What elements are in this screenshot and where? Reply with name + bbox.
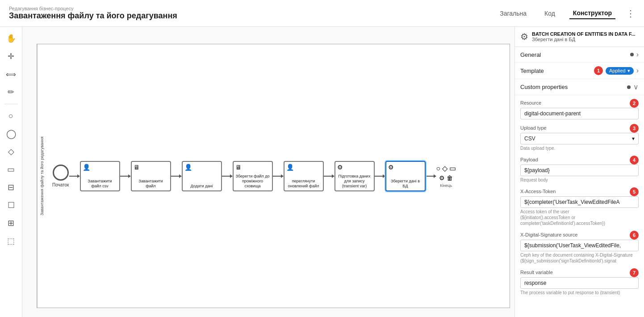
tool-circle[interactable]: ○	[3, 108, 19, 124]
upload-type-chevron: ▾	[632, 135, 635, 142]
panel-header-icon: ⚙	[520, 31, 528, 42]
upload-type-badge: 3	[630, 124, 639, 133]
task-icon-3: 👤	[184, 164, 192, 171]
tool-db[interactable]: ⊞	[3, 215, 19, 231]
tool-oval[interactable]: ◯	[3, 126, 19, 142]
flow-outer: Завантаження файлу та його редагування П…	[32, 39, 514, 313]
x-digital-sig-input-wrapper[interactable]	[520, 240, 639, 251]
arrow-4	[273, 174, 284, 178]
general-label-text: General	[520, 51, 541, 58]
flow-nodes: Початок 👤 Завантажити файл csv	[42, 161, 456, 191]
arrow-5	[324, 174, 335, 178]
toolbar: ✋ ✛ ⟺ ✏ ○ ◯ ◇ ▭ ⊟ ☐ ⊞ ⬚	[0, 27, 22, 317]
custom-props-label-text: Custom properties	[520, 84, 568, 90]
task-box-1[interactable]: 👤 Завантажити файл csv	[80, 161, 120, 191]
tool-rect2[interactable]: ⊟	[3, 179, 19, 195]
result-var-hint: The process variable to put response to …	[520, 290, 639, 296]
shape-diamond[interactable]: ◇	[442, 164, 447, 173]
x-access-token-label: X-Access-Token	[520, 189, 556, 194]
template-applied-badge[interactable]: Applied ▾	[606, 67, 634, 75]
field-group-x-access-token: X-Access-Token 5 Access token of the use…	[520, 187, 639, 226]
section-general[interactable]: General ›	[515, 47, 644, 63]
tool-connect[interactable]: ⟺	[3, 66, 19, 82]
section-custom-props[interactable]: Custom properties ∨	[515, 79, 644, 95]
task-label-3: Додати дані	[191, 184, 213, 189]
payload-hint: Request body	[520, 177, 639, 183]
start-circle[interactable]	[53, 165, 69, 181]
task-box-2[interactable]: 🖥 Завантажити файл	[131, 161, 171, 191]
field-row-resource: Resource 2	[520, 99, 639, 108]
right-panel: ⚙ BATCH CREATION OF ENTITIES IN DATA F..…	[514, 27, 644, 317]
task-box-3[interactable]: 👤 Додати дані	[182, 161, 222, 191]
end-shapes: ○ ◇ ▭ ⚙ 🗑 Кінець	[436, 164, 456, 188]
shape-square[interactable]: ▭	[449, 164, 456, 173]
header-right: Загальна Код Конструктор ⋮	[496, 8, 635, 19]
tool-rect[interactable]: ▭	[3, 161, 19, 178]
panel-header: ⚙ BATCH CREATION OF ENTITIES IN DATA F..…	[515, 27, 644, 47]
panel-header-sub: Зберегти дані в БД	[532, 37, 636, 42]
canvas-area[interactable]: Завантаження файлу та його редагування П…	[22, 27, 514, 317]
field-row-payload: Payload 4	[520, 156, 639, 165]
tool-frame[interactable]: ⬚	[3, 233, 19, 249]
payload-input[interactable]	[524, 167, 635, 173]
nav-code[interactable]: Код	[541, 8, 559, 19]
tool-hand[interactable]: ✋	[3, 30, 19, 46]
task-label-5: переглянути оновлений файл	[286, 179, 321, 189]
result-var-input-wrapper[interactable]	[520, 277, 639, 289]
custom-props-chevron: ∨	[633, 83, 639, 91]
field-row-result-var: Result variable 7	[520, 268, 639, 277]
x-access-token-hint: Access token of the user (${initiator().…	[520, 209, 639, 226]
general-dot	[630, 53, 634, 56]
x-digital-sig-badge: 6	[630, 231, 639, 240]
task-box-4[interactable]: 🖥 Зберегти файл до проміжного сховища	[233, 161, 273, 191]
task-icon-2: 🖥	[134, 164, 140, 171]
resource-badge: 2	[630, 99, 639, 108]
tool-page[interactable]: ☐	[3, 197, 19, 213]
task-box-5[interactable]: 👤 переглянути оновлений файл	[284, 161, 324, 191]
x-access-token-input-wrapper[interactable]	[520, 196, 639, 208]
nav-general[interactable]: Загальна	[496, 8, 530, 19]
panel-header-title: BATCH CREATION OF ENTITIES IN DATA F...	[532, 31, 636, 37]
panel-header-text: BATCH CREATION OF ENTITIES IN DATA F... …	[532, 31, 636, 42]
section-template[interactable]: Template 1 Applied ▾ ›	[515, 63, 644, 79]
menu-icon[interactable]: ⋮	[626, 8, 635, 19]
x-digital-sig-hint-line2: (${sign_submission('signTaskDefinitionId…	[520, 258, 616, 263]
nav-constructor[interactable]: Конструктор	[569, 8, 615, 19]
arrow-2	[171, 174, 182, 178]
task-box-7[interactable]: ⚙ Зберегти дані в БД	[385, 161, 426, 191]
payload-input-wrapper[interactable]	[520, 165, 639, 176]
end-label: Кінець	[440, 183, 452, 188]
tool-diamond[interactable]: ◇	[3, 144, 19, 160]
general-chevron: ›	[636, 51, 639, 59]
shape-trash[interactable]: 🗑	[447, 174, 453, 182]
pool-label: Завантаження файлу та його редагування	[37, 44, 46, 308]
x-access-token-input[interactable]	[524, 199, 635, 205]
payload-label: Payload	[520, 157, 538, 162]
header: Редагування бізнес-процесу Завантаження …	[0, 0, 644, 27]
custom-props-content: Resource 2 Upload type 3 CSV ▾ Data uplo…	[515, 95, 644, 304]
task-icon-1: 👤	[83, 164, 90, 171]
field-group-upload-type: Upload type 3 CSV ▾ Data upload type.	[520, 124, 639, 151]
x-digital-sig-input[interactable]	[524, 242, 635, 249]
field-row-x-access-token: X-Access-Token 5	[520, 187, 639, 196]
task-label-7: Зберегти дані в БД	[388, 179, 423, 189]
tool-crosshair[interactable]: ✛	[3, 48, 19, 64]
task-node-6: ⚙ Підготовка даних для запису (transient…	[335, 161, 375, 191]
resource-input[interactable]	[524, 110, 635, 117]
field-group-x-digital-sig: X-Digital-Signature source 6 Ceph key of…	[520, 231, 639, 264]
task-icon-5: 👤	[286, 164, 294, 171]
result-var-input[interactable]	[524, 280, 635, 286]
field-group-payload: Payload 4 Request body	[520, 156, 639, 183]
task-icon-6: ⚙	[337, 164, 343, 171]
field-group-result-var: Result variable 7 The process variable t…	[520, 268, 639, 296]
arrow-0	[69, 174, 80, 178]
resource-input-wrapper[interactable]	[520, 108, 639, 119]
section-template-right: 1 Applied ▾ ›	[594, 66, 639, 75]
main-content: ✋ ✛ ⟺ ✏ ○ ◯ ◇ ▭ ⊟ ☐ ⊞ ⬚ Завантаження фай…	[0, 27, 644, 317]
task-node-3: 👤 Додати дані	[182, 161, 222, 191]
task-box-6[interactable]: ⚙ Підготовка даних для запису (transient…	[335, 161, 375, 191]
upload-type-select[interactable]: CSV ▾	[520, 133, 639, 144]
tool-pen[interactable]: ✏	[3, 84, 19, 100]
arrow-7	[426, 174, 436, 178]
shape-circle[interactable]: ○	[436, 165, 441, 173]
